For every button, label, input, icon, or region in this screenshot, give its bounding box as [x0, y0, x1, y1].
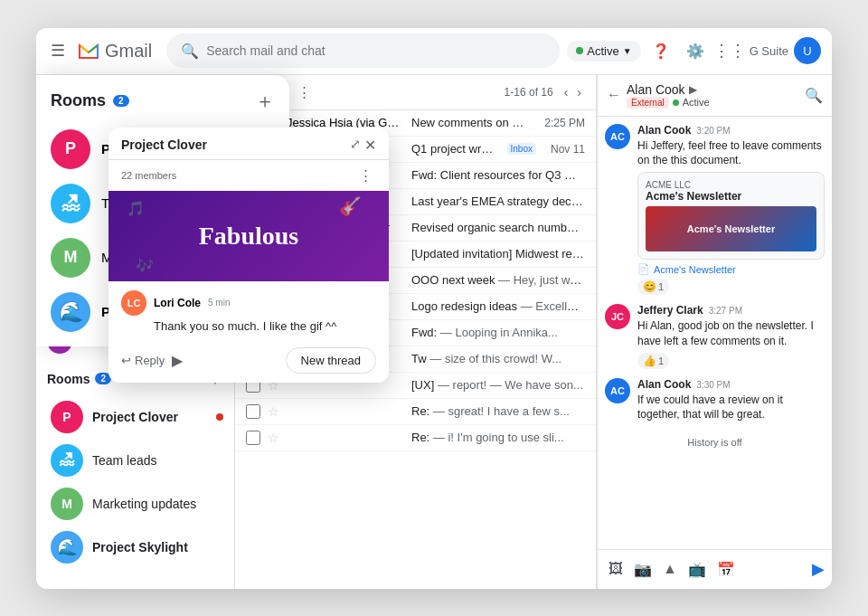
gsuite-label: G Suite	[750, 44, 788, 58]
expand-icon[interactable]: ⤢	[350, 137, 361, 154]
add-room-overlay-icon[interactable]: ＋	[255, 88, 275, 115]
msg-avatar-2: JC	[605, 304, 630, 329]
next-page-icon[interactable]: ›	[573, 81, 585, 103]
popup-more-icon[interactable]: ⋮	[355, 164, 376, 187]
overlay-avatar-project-clover: P	[51, 129, 90, 169]
active-label: Active	[587, 44, 618, 58]
chat-panel: ← Alan Cook ▶ External Active 🔍	[597, 75, 832, 589]
close-icon[interactable]: ✕	[364, 137, 376, 154]
email-checkbox[interactable]	[246, 404, 260, 419]
reply-icon: ↩	[121, 354, 131, 367]
meet-section: Meet 📹 Start a meeting 📅 My meetings	[36, 583, 234, 589]
top-bar: ☰ Gmail 🔍 Active ▼	[36, 28, 832, 75]
popup-msg-header: LC Lori Cole 5 min	[121, 290, 376, 316]
active-dot	[576, 47, 583, 54]
reaction-1[interactable]: 😊 1	[637, 279, 669, 295]
popup-banner: 🎵 🎸 Fabulous 🎶	[108, 191, 389, 281]
popup-project-clover: Project Clover ⤢ ✕ 22 members ⋮ 🎵 🎸 Fabu…	[108, 128, 389, 383]
rooms-section: Rooms 2 ＋ P Project Clover 🏖 Team leads …	[36, 359, 234, 573]
image-upload-icon[interactable]: 🖼	[605, 557, 627, 581]
star-icon[interactable]: ☆	[268, 404, 279, 419]
active-status[interactable]: Active ▼	[567, 41, 640, 62]
top-right-actions: Active ▼ ❓ ⚙️ ⋮⋮ G Suite U	[567, 36, 821, 65]
overlay-avatar-marketing-updates: M	[51, 238, 90, 278]
search-icon: 🔍	[181, 43, 199, 60]
overlay-avatar-project-skylight: 🌊	[51, 292, 90, 332]
doc-link[interactable]: 📄 Acme's Newsletter	[637, 263, 825, 275]
video-call-icon[interactable]: 📺	[684, 557, 710, 582]
menu-icon[interactable]: ☰	[47, 37, 69, 64]
msg-avatar-3: AC	[605, 378, 630, 403]
popup-header-icons: ⤢ ✕	[350, 137, 376, 154]
message-2: JC Jeffery Clark 3:27 PM Hi Alan, good j…	[605, 304, 825, 369]
msg-avatar-1: AC	[605, 124, 630, 149]
help-icon[interactable]: ❓	[646, 36, 675, 65]
chat-panel-header: ← Alan Cook ▶ External Active 🔍	[598, 75, 832, 117]
chevron-down-icon: ▼	[623, 46, 632, 56]
room-item-team-leads[interactable]: 🏖 Team leads	[36, 439, 234, 482]
prev-page-icon[interactable]: ‹	[561, 81, 572, 103]
popup-sender-avatar: LC	[121, 290, 146, 316]
settings-icon[interactable]: ⚙️	[681, 36, 710, 65]
unread-dot	[216, 413, 223, 421]
online-dot	[673, 100, 679, 106]
gmail-title: Gmail	[105, 41, 152, 62]
chat-messages: AC Alan Cook 3:20 PM Hi Jeffery, feel fr…	[598, 117, 832, 549]
camera-icon[interactable]: 📷	[630, 557, 656, 582]
rooms-overlay-header: Rooms 2 ＋	[36, 75, 289, 122]
pagination-arrows: ‹ ›	[561, 81, 585, 103]
chevron-right-icon: ▶	[689, 83, 697, 96]
newsletter-image: Acme's Newsletter	[646, 206, 816, 251]
search-chat-icon[interactable]: 🔍	[805, 87, 823, 104]
contact-status: External Active	[627, 97, 799, 109]
rooms-title: Rooms 2	[47, 372, 111, 386]
back-button[interactable]: ←	[607, 87, 621, 103]
contact-name: Alan Cook ▶	[627, 82, 799, 97]
room-avatar-project-skylight: 🌊	[51, 531, 83, 564]
table-row[interactable]: ☆ Re: — sgreat! I have a few s...	[235, 399, 596, 425]
new-thread-button[interactable]: New thread	[286, 347, 376, 374]
gmail-m-icon	[76, 38, 101, 63]
search-bar[interactable]: 🔍	[166, 33, 560, 68]
history-off-notice: History is off	[605, 431, 825, 453]
popup-header: Project Clover ⤢ ✕	[108, 128, 389, 160]
star-icon[interactable]: ☆	[268, 431, 279, 445]
search-input[interactable]	[206, 43, 545, 58]
user-avatar[interactable]: U	[794, 37, 821, 64]
contact-info: Alan Cook ▶ External Active	[627, 82, 799, 109]
message-3: AC Alan Cook 3:30 PM If we could have a …	[605, 378, 825, 423]
popup-actions: ↩ Reply ▶ New thread	[108, 342, 389, 383]
message-1: AC Alan Cook 3:20 PM Hi Jeffery, feel fr…	[605, 124, 825, 296]
gmail-window: ☰ Gmail 🔍 Active ▼	[36, 28, 832, 589]
gmail-logo: Gmail	[76, 38, 152, 63]
room-item-project-clover[interactable]: P Project Clover	[36, 395, 234, 439]
chat-input-icons: 🖼 📷 ▲ 📺 📅 ▶	[605, 557, 825, 582]
overlay-avatar-team-leads: 🏖	[51, 184, 90, 223]
room-item-project-skylight[interactable]: 🌊 Project Skylight	[36, 526, 234, 569]
room-item-marketing-updates[interactable]: M Marketing updates	[36, 482, 234, 526]
rooms-overlay-title: Rooms 2	[51, 91, 129, 110]
calendar-add-icon[interactable]: 📅	[713, 557, 739, 582]
popup-meta: 22 members ⋮	[108, 160, 389, 191]
reaction-2[interactable]: 👍 1	[637, 353, 669, 369]
doc-icon: 📄	[637, 263, 650, 275]
email-checkbox[interactable]	[246, 431, 260, 445]
room-avatar-project-clover: P	[51, 401, 83, 433]
send-button[interactable]: ▶	[812, 559, 825, 579]
popup-message-area: LC Lori Cole 5 min Thank you so much. I …	[108, 281, 389, 342]
chat-input-bar: 🖼 📷 ▲ 📺 📅 ▶	[598, 549, 832, 589]
more-options-icon[interactable]: ⋮	[294, 81, 315, 104]
room-avatar-marketing-updates: M	[51, 488, 83, 520]
apps-icon[interactable]: ⋮⋮	[715, 36, 744, 65]
drive-icon[interactable]: ▲	[659, 557, 681, 581]
table-row[interactable]: ☆ Re: — i! I'm going to use sli...	[235, 425, 596, 451]
reply-button[interactable]: ↩ Reply	[121, 354, 165, 367]
room-avatar-team-leads: 🏖	[51, 444, 83, 477]
newsletter-card[interactable]: ACME LLC Acme's Newsletter Acme's Newsle…	[637, 172, 825, 260]
forward-icon[interactable]: ▶	[172, 352, 183, 369]
